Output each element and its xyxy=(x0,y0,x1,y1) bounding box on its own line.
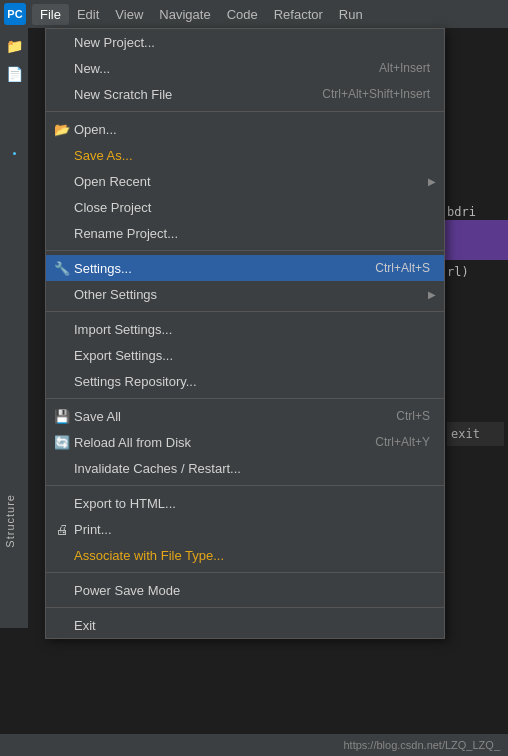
menu-item-reload-all-shortcut: Ctrl+Alt+Y xyxy=(375,435,430,449)
menu-item-export-html[interactable]: Export to HTML... xyxy=(46,490,444,516)
editor-line-1: bdri xyxy=(447,202,504,222)
status-bar-url: https://blog.csdn.net/LZQ_LZQ_ xyxy=(343,739,500,751)
menu-item-print[interactable]: 🖨 Print... xyxy=(46,516,444,542)
separator-6 xyxy=(46,572,444,573)
menu-item-new-project[interactable]: New Project... xyxy=(46,29,444,55)
menu-item-power-save-mode[interactable]: Power Save Mode xyxy=(46,577,444,603)
menu-item-export-html-label: Export to HTML... xyxy=(74,496,430,511)
right-editor-panel: bdri omJS www.b rl) exit xyxy=(443,28,508,728)
editor-line-4: rl) xyxy=(447,262,504,282)
menu-code[interactable]: Code xyxy=(219,4,266,25)
status-bar: https://blog.csdn.net/LZQ_LZQ_ xyxy=(0,734,508,756)
menu-refactor[interactable]: Refactor xyxy=(266,4,331,25)
editor-exit-text: exit xyxy=(447,422,504,446)
toolbar-icon-2[interactable]: 📄 xyxy=(4,64,24,84)
open-recent-arrow-icon: ▶ xyxy=(428,176,436,187)
reload-icon: 🔄 xyxy=(54,434,70,450)
settings-wrench-icon: 🔧 xyxy=(54,260,70,276)
toolbar-indicator xyxy=(13,152,16,155)
save-all-icon: 💾 xyxy=(54,408,70,424)
menu-item-new-project-label: New Project... xyxy=(74,35,430,50)
menu-item-settings-repository[interactable]: Settings Repository... xyxy=(46,368,444,394)
menu-item-new-scratch-file-label: New Scratch File xyxy=(74,87,292,102)
menu-item-open-recent-label: Open Recent xyxy=(74,174,430,189)
menu-item-print-label: Print... xyxy=(74,522,430,537)
separator-3 xyxy=(46,311,444,312)
menu-item-export-settings[interactable]: Export Settings... xyxy=(46,342,444,368)
menu-item-settings[interactable]: 🔧 Settings... Ctrl+Alt+S xyxy=(46,255,444,281)
menu-item-open-label: Open... xyxy=(74,122,430,137)
separator-4 xyxy=(46,398,444,399)
menu-item-new-scratch-file[interactable]: New Scratch File Ctrl+Alt+Shift+Insert xyxy=(46,81,444,107)
menu-item-exit-label: Exit xyxy=(74,618,430,633)
menu-item-settings-shortcut: Ctrl+Alt+S xyxy=(375,261,430,275)
menu-item-save-all[interactable]: 💾 Save All Ctrl+S xyxy=(46,403,444,429)
menu-item-new-shortcut: Alt+Insert xyxy=(379,61,430,75)
menu-item-rename-project[interactable]: Rename Project... xyxy=(46,220,444,246)
app-logo: PC xyxy=(4,3,26,25)
separator-1 xyxy=(46,111,444,112)
menu-view[interactable]: View xyxy=(107,4,151,25)
other-settings-arrow-icon: ▶ xyxy=(428,289,436,300)
print-icon: 🖨 xyxy=(54,521,70,537)
menu-file[interactable]: File xyxy=(32,4,69,25)
menu-item-new-label: New... xyxy=(74,61,349,76)
menu-edit[interactable]: Edit xyxy=(69,4,107,25)
structure-panel-label[interactable]: Structure xyxy=(0,486,20,556)
menu-item-close-project-label: Close Project xyxy=(74,200,430,215)
open-folder-icon: 📂 xyxy=(54,121,70,137)
menu-item-import-settings[interactable]: Import Settings... xyxy=(46,316,444,342)
menu-item-settings-label: Settings... xyxy=(74,261,345,276)
menu-item-import-settings-label: Import Settings... xyxy=(74,322,430,337)
file-dropdown-menu: New Project... New... Alt+Insert New Scr… xyxy=(45,28,445,639)
editor-highlight-block xyxy=(443,220,508,260)
toolbar-icon-1[interactable]: 📁 xyxy=(4,36,24,56)
menu-item-invalidate-caches-label: Invalidate Caches / Restart... xyxy=(74,461,430,476)
menu-item-rename-project-label: Rename Project... xyxy=(74,226,430,241)
menu-item-new[interactable]: New... Alt+Insert xyxy=(46,55,444,81)
menu-item-new-scratch-file-shortcut: Ctrl+Alt+Shift+Insert xyxy=(322,87,430,101)
menu-item-power-save-mode-label: Power Save Mode xyxy=(74,583,430,598)
menu-item-open-recent[interactable]: Open Recent ▶ xyxy=(46,168,444,194)
separator-2 xyxy=(46,250,444,251)
menu-item-save-all-shortcut: Ctrl+S xyxy=(396,409,430,423)
menubar: PC File Edit View Navigate Code Refactor… xyxy=(0,0,508,28)
menu-item-save-all-label: Save All xyxy=(74,409,366,424)
menu-run[interactable]: Run xyxy=(331,4,371,25)
menu-item-reload-all[interactable]: 🔄 Reload All from Disk Ctrl+Alt+Y xyxy=(46,429,444,455)
separator-5 xyxy=(46,485,444,486)
menu-item-save-as[interactable]: Save As... xyxy=(46,142,444,168)
menu-item-save-as-label: Save As... xyxy=(74,148,430,163)
separator-7 xyxy=(46,607,444,608)
menu-item-exit[interactable]: Exit xyxy=(46,612,444,638)
menu-item-open[interactable]: 📂 Open... xyxy=(46,116,444,142)
menu-item-settings-repository-label: Settings Repository... xyxy=(74,374,430,389)
menu-item-associate-file-type[interactable]: Associate with File Type... xyxy=(46,542,444,568)
menu-item-invalidate-caches[interactable]: Invalidate Caches / Restart... xyxy=(46,455,444,481)
menu-item-other-settings[interactable]: Other Settings ▶ xyxy=(46,281,444,307)
menu-item-associate-file-type-label: Associate with File Type... xyxy=(74,548,430,563)
menu-navigate[interactable]: Navigate xyxy=(151,4,218,25)
menu-item-export-settings-label: Export Settings... xyxy=(74,348,430,363)
menu-item-close-project[interactable]: Close Project xyxy=(46,194,444,220)
menu-item-reload-all-label: Reload All from Disk xyxy=(74,435,345,450)
menu-item-other-settings-label: Other Settings xyxy=(74,287,430,302)
